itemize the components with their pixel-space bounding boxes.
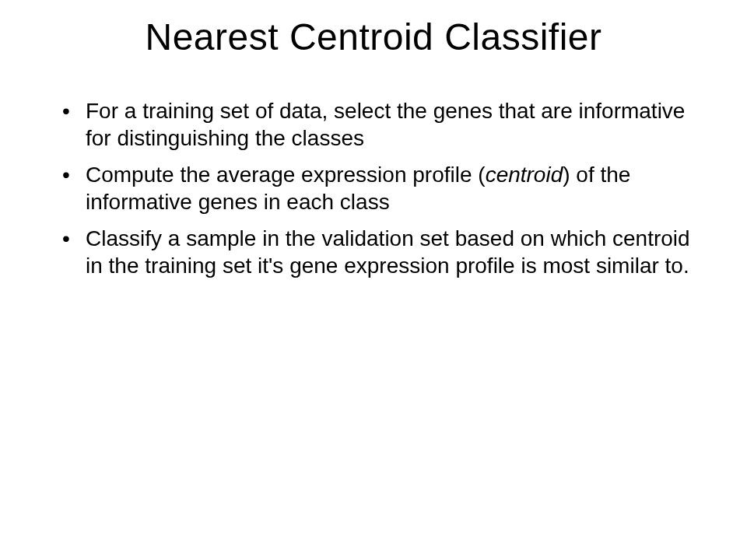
- slide-container: Nearest Centroid Classifier For a traini…: [0, 0, 747, 560]
- bullet-text-prefix: Compute the average expression profile (: [86, 163, 486, 187]
- bullet-text: Classify a sample in the validation set …: [86, 226, 690, 278]
- bullet-text: For a training set of data, select the g…: [86, 99, 685, 150]
- bullet-list: For a training set of data, select the g…: [39, 97, 708, 279]
- bullet-item: Compute the average expression profile (…: [62, 161, 708, 215]
- slide-title: Nearest Centroid Classifier: [39, 16, 708, 58]
- bullet-text-italic: centroid: [486, 163, 563, 187]
- bullet-item: For a training set of data, select the g…: [62, 97, 708, 152]
- bullet-item: Classify a sample in the validation set …: [62, 225, 708, 279]
